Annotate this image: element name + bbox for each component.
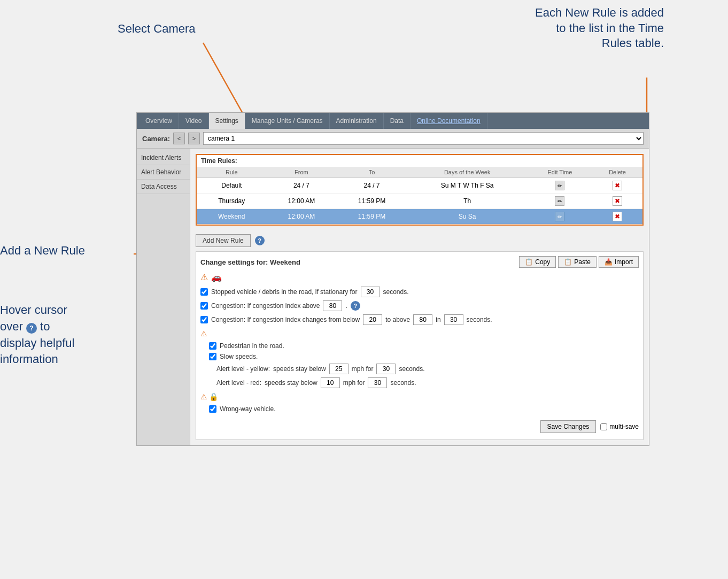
congestion-help-icon[interactable]: ? <box>351 301 360 311</box>
rule-edit[interactable]: ✏ <box>528 178 592 194</box>
time-rules-box: Time Rules: Rule From To Days of the Wee… <box>196 154 644 226</box>
multi-save-label[interactable]: multi-save <box>600 423 639 430</box>
main-content: Incident Alerts Alert Behavior Data Acce… <box>137 149 649 445</box>
panel-buttons: 📋 Copy 📋 Paste 📥 Import <box>519 256 639 268</box>
rule-from: 12:00 AM <box>266 194 336 209</box>
change-settings-header: Change settings for: Weekend 📋 Copy 📋 Pa… <box>200 256 639 268</box>
congestion-unit: seconds. <box>467 316 492 323</box>
wrong-way-checkbox[interactable] <box>209 405 216 413</box>
sidebar-item-data-access[interactable]: Data Access <box>137 180 190 194</box>
pedestrian-setting: Pedestrian in the road. <box>200 342 639 350</box>
rule-edit[interactable]: ✏ <box>528 194 592 209</box>
table-row-selected: Weekend 12:00 AM 11:59 PM Su Sa ✏ ✖ <box>197 209 642 225</box>
section-divider-pedestrian: ⚠ <box>200 329 639 338</box>
sidebar: Incident Alerts Alert Behavior Data Acce… <box>137 149 190 445</box>
add-rule-row: Add New Rule ? <box>196 230 644 251</box>
slow-speeds-label: Slow speeds. <box>220 353 258 360</box>
rule-delete[interactable]: ✖ <box>592 209 642 225</box>
alert-yellow-speed-input[interactable] <box>329 364 348 374</box>
congestion-change-label: Congestion: If congestion index changes … <box>211 316 360 323</box>
settings-icons-row: ⚠ 🚗 <box>200 272 639 282</box>
congestion-index-label: Congestion: If congestion index above <box>211 302 320 310</box>
congestion-to-label: to above <box>385 316 410 323</box>
alert-yellow-sub: speeds stay below <box>273 365 326 373</box>
sidebar-item-incident-alerts[interactable]: Incident Alerts <box>137 151 190 165</box>
alert-yellow-unit: seconds. <box>399 365 424 373</box>
rule-edit[interactable]: ✏ <box>528 209 592 225</box>
add-new-rule-button[interactable]: Add New Rule <box>196 234 251 247</box>
congestion-to-input[interactable] <box>413 314 432 325</box>
congestion-change-checkbox[interactable] <box>200 316 208 323</box>
car-icon: 🚗 <box>211 272 222 282</box>
camera-select[interactable]: camera 1 <box>203 132 644 145</box>
rule-to: 11:59 PM <box>336 209 407 225</box>
table-row: Default 24 / 7 24 / 7 Su M T W Th F Sa ✏… <box>197 178 642 194</box>
rule-name: Thursday <box>197 194 266 209</box>
table-row: Thursday 12:00 AM 11:59 PM Th ✏ ✖ <box>197 194 642 209</box>
camera-next-button[interactable]: > <box>188 133 200 144</box>
congestion-in-input[interactable] <box>444 314 463 325</box>
alert-yellow-seconds-input[interactable] <box>376 364 396 374</box>
copy-icon: 📋 <box>525 258 533 266</box>
rule-from: 24 / 7 <box>266 178 336 194</box>
rule-delete[interactable]: ✖ <box>592 194 642 209</box>
alert-red-seconds-input[interactable] <box>368 377 387 388</box>
alert-red-setting: Alert level - red: speeds stay below mph… <box>216 377 639 388</box>
wrong-way-label: Wrong-way vehicle. <box>220 405 275 413</box>
help-icon[interactable]: ? <box>255 236 265 245</box>
congestion-from-input[interactable] <box>363 314 382 325</box>
tab-data[interactable]: Data <box>384 113 411 129</box>
tab-administration[interactable]: Administration <box>330 113 384 129</box>
annotation-select-camera: Select Camera <box>118 21 196 37</box>
content-panel: Time Rules: Rule From To Days of the Wee… <box>190 149 649 445</box>
tab-settings[interactable]: Settings <box>209 113 245 129</box>
section-divider-wrongway: ⚠ 🔒 <box>200 392 639 401</box>
triangle-icon: ⚠ <box>200 272 208 282</box>
save-changes-button[interactable]: Save Changes <box>540 420 597 433</box>
tab-video[interactable]: Video <box>179 113 208 129</box>
app-container: Overview Video Settings Manage Units / C… <box>136 112 649 446</box>
col-from: From <box>266 167 336 178</box>
alert-red-sub: speeds stay below <box>265 379 317 387</box>
annotation-hover-cursor: Hover cursor over ? to display helpful i… <box>0 302 74 368</box>
edit-icon[interactable]: ✏ <box>555 212 564 221</box>
time-rules-table: Rule From To Days of the Week Edit Time … <box>197 167 642 225</box>
copy-button[interactable]: 📋 Copy <box>519 256 556 268</box>
wrong-way-setting: Wrong-way vehicle. <box>200 405 639 413</box>
alert-yellow-mph: mph for <box>352 365 374 373</box>
import-button[interactable]: 📥 Import <box>599 256 639 268</box>
delete-icon[interactable]: ✖ <box>613 181 622 190</box>
alert-red-unit: seconds. <box>390 379 416 387</box>
annotation-each-new-rule: Each New Rule is added to the list in th… <box>535 5 664 51</box>
alert-red-speed-input[interactable] <box>321 377 340 388</box>
congestion-index-unit: . <box>345 302 347 310</box>
triangle-icon3: ⚠ <box>200 392 207 401</box>
congestion-index-checkbox[interactable] <box>200 302 208 310</box>
change-settings-title: Change settings for: Weekend <box>200 258 300 266</box>
camera-prev-button[interactable]: < <box>173 133 185 144</box>
delete-icon[interactable]: ✖ <box>613 196 622 206</box>
slow-speeds-checkbox[interactable] <box>209 353 216 360</box>
col-to: To <box>336 167 407 178</box>
rule-delete[interactable]: ✖ <box>592 178 642 194</box>
alert-yellow-setting: Alert level - yellow: speeds stay below … <box>216 364 639 374</box>
annotation-add-new-rule: Add a New Rule <box>0 243 85 259</box>
edit-icon[interactable]: ✏ <box>555 196 564 206</box>
alert-red-label: Alert level - red: <box>216 379 261 387</box>
edit-icon[interactable]: ✏ <box>555 181 564 190</box>
sidebar-item-alert-behavior[interactable]: Alert Behavior <box>137 165 190 180</box>
rule-name: Weekend <box>197 209 266 225</box>
stopped-vehicle-seconds-input[interactable] <box>361 287 380 297</box>
tab-manage-units[interactable]: Manage Units / Cameras <box>245 113 330 129</box>
col-delete: Delete <box>592 167 642 178</box>
delete-icon[interactable]: ✖ <box>613 212 622 221</box>
tab-overview[interactable]: Overview <box>139 113 179 129</box>
paste-button[interactable]: 📋 Paste <box>558 256 597 268</box>
stopped-vehicle-setting: Stopped vehicle / debris in the road, if… <box>200 287 639 297</box>
tab-online-documentation[interactable]: Online Documentation <box>411 113 487 129</box>
stopped-vehicle-checkbox[interactable] <box>200 288 208 296</box>
pedestrian-checkbox[interactable] <box>209 342 216 350</box>
congestion-index-input[interactable] <box>323 300 342 311</box>
slow-speeds-setting: Slow speeds. <box>200 353 639 360</box>
multi-save-checkbox[interactable] <box>600 423 607 430</box>
